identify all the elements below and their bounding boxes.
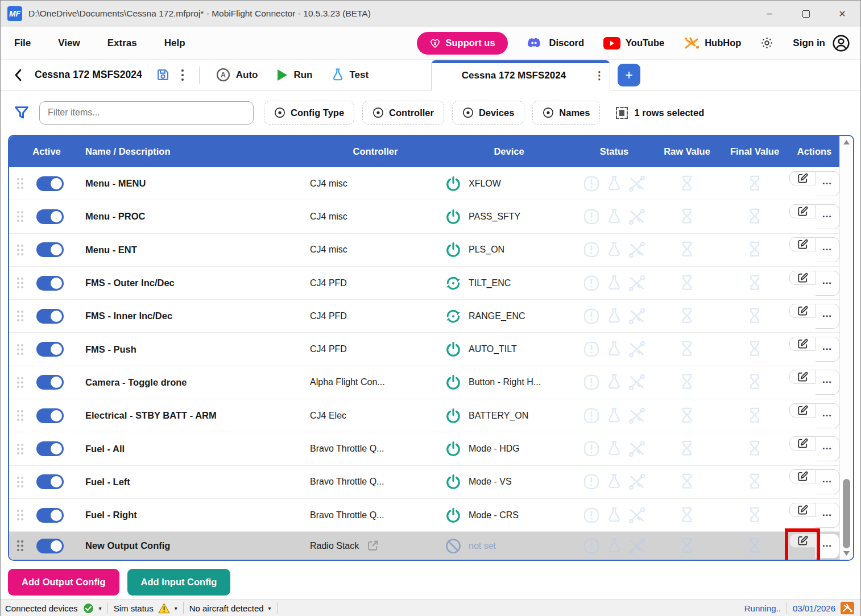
sign-in-button[interactable]: Sign in: [793, 34, 850, 52]
menu-item-file[interactable]: File: [14, 38, 31, 49]
filter-pill-controller[interactable]: Controller: [362, 101, 444, 125]
drag-handle-icon[interactable]: [16, 343, 24, 356]
row-more-actions-button[interactable]: ...: [816, 370, 839, 395]
active-toggle[interactable]: [36, 508, 64, 523]
edit-config-button[interactable]: [789, 436, 816, 450]
auto-button[interactable]: A Auto: [216, 67, 258, 82]
tab-cessna-172-msfs2024[interactable]: Cessna 172 MSFS2024 ⋮: [431, 60, 610, 90]
edit-config-button[interactable]: [789, 469, 816, 483]
edit-config-button[interactable]: [789, 171, 816, 185]
table-row[interactable]: Fuel - Left Bravo Throttle Q... Mode - V…: [9, 466, 839, 499]
active-toggle[interactable]: [36, 309, 64, 324]
vertical-scrollbar[interactable]: [839, 136, 853, 560]
status-warning-icon: [582, 340, 601, 358]
drag-handle-icon[interactable]: [16, 443, 24, 456]
close-button[interactable]: ✕: [824, 1, 860, 27]
edit-config-button[interactable]: [789, 204, 816, 218]
add-input-config-button[interactable]: Add Input Config: [127, 569, 231, 596]
table-row[interactable]: Menu - MENU CJ4 misc XFLOW: [9, 167, 839, 200]
active-toggle[interactable]: [36, 176, 64, 191]
edit-config-button[interactable]: [789, 337, 816, 351]
drag-handle-icon[interactable]: [16, 508, 24, 522]
youtube-icon: [603, 37, 620, 49]
aircraft-status[interactable]: No aircraft detected ▾: [189, 603, 271, 613]
connected-devices-status[interactable]: Connected devices ▾: [5, 602, 102, 614]
row-more-actions-button[interactable]: ...: [816, 304, 839, 329]
table-row[interactable]: Fuel - Right Bravo Throttle Q... Mode - …: [9, 499, 839, 532]
youtube-link[interactable]: YouTube: [603, 37, 664, 49]
edit-config-button[interactable]: [789, 304, 816, 318]
active-toggle[interactable]: [36, 375, 64, 390]
row-more-actions-button[interactable]: ...: [816, 204, 839, 229]
table-row[interactable]: Electrical - STBY BATT - ARM CJ4 Elec BA…: [9, 399, 839, 432]
test-button[interactable]: Test: [331, 68, 369, 82]
row-more-actions-button[interactable]: ...: [816, 469, 839, 494]
active-toggle[interactable]: [36, 276, 64, 291]
tab-menu-button[interactable]: ⋮: [589, 69, 610, 82]
active-toggle[interactable]: [36, 441, 64, 456]
edit-config-button[interactable]: [789, 237, 816, 251]
row-more-actions-button[interactable]: ...: [816, 503, 839, 528]
active-toggle[interactable]: [36, 242, 64, 257]
table-row[interactable]: Menu - ENT CJ4 misc PLS_ON: [9, 234, 839, 267]
filter-pill-names[interactable]: Names: [532, 101, 600, 125]
table-row[interactable]: Menu - PROC CJ4 misc PASS_SFTY: [9, 200, 839, 233]
table-row[interactable]: New Output Config Radio Stack not set: [9, 532, 839, 560]
drag-handle-icon[interactable]: [16, 309, 24, 323]
filter-pill-devices[interactable]: Devices: [452, 101, 524, 125]
scrollbar-thumb[interactable]: [843, 479, 850, 548]
add-tab-button[interactable]: +: [618, 64, 640, 86]
row-more-actions-button[interactable]: ...: [816, 171, 839, 196]
minimize-button[interactable]: –: [751, 1, 788, 27]
active-toggle[interactable]: [36, 342, 64, 357]
maximize-button[interactable]: [788, 1, 824, 27]
drag-handle-icon[interactable]: [16, 376, 24, 389]
drag-handle-icon[interactable]: [16, 476, 24, 489]
scroll-up-button[interactable]: [840, 139, 853, 145]
active-toggle[interactable]: [36, 408, 64, 423]
active-toggle[interactable]: [36, 474, 64, 489]
project-menu-button[interactable]: [173, 64, 192, 86]
menu-item-extras[interactable]: Extras: [107, 38, 137, 49]
row-more-actions-button[interactable]: ...: [816, 534, 839, 559]
filter-pill-config-type[interactable]: Config Type: [264, 101, 354, 125]
run-button[interactable]: Run: [276, 68, 312, 82]
drag-handle-icon[interactable]: [16, 210, 24, 223]
drag-handle-icon[interactable]: [16, 243, 24, 257]
menu-item-view[interactable]: View: [58, 38, 80, 49]
active-toggle[interactable]: [36, 209, 64, 224]
support-us-button[interactable]: $ Support us: [417, 32, 508, 55]
drag-handle-icon[interactable]: [16, 409, 24, 422]
row-more-actions-button[interactable]: ...: [816, 436, 839, 461]
add-output-config-button[interactable]: Add Output Config: [8, 569, 119, 596]
table-row[interactable]: FMS - Outer Inc/Dec CJ4 PFD TILT_ENC: [9, 267, 839, 300]
discord-link[interactable]: Discord: [527, 36, 584, 49]
edit-config-button[interactable]: [789, 534, 816, 548]
active-toggle[interactable]: [36, 539, 64, 553]
edit-config-button[interactable]: [789, 503, 816, 517]
sim-status[interactable]: Sim status ▾: [114, 603, 177, 614]
table-row[interactable]: FMS - Inner Inc/Dec CJ4 PFD RANGE_ENC: [9, 300, 839, 333]
menu-item-help[interactable]: Help: [164, 38, 185, 49]
row-more-actions-button[interactable]: ...: [816, 337, 839, 362]
edit-config-button[interactable]: [789, 403, 816, 417]
external-link-icon[interactable]: [366, 539, 380, 553]
theme-brightness-icon[interactable]: [760, 36, 773, 49]
power-device-icon: [445, 507, 462, 524]
row-more-actions-button[interactable]: ...: [816, 237, 839, 262]
edit-config-button[interactable]: [789, 370, 816, 384]
back-button[interactable]: [9, 68, 28, 82]
row-more-actions-button[interactable]: ...: [816, 271, 839, 296]
filter-input[interactable]: [39, 101, 254, 125]
hubhop-link[interactable]: HubHop: [684, 36, 741, 51]
table-row[interactable]: Camera - Toggle drone Alpha Flight Con..…: [9, 366, 839, 399]
drag-handle-icon[interactable]: [16, 276, 24, 290]
save-button[interactable]: [154, 64, 173, 86]
drag-handle-icon[interactable]: [16, 177, 24, 190]
table-row[interactable]: Fuel - All Bravo Throttle Q... Mode - HD…: [9, 432, 839, 465]
table-row[interactable]: FMS - Push CJ4 PFD AUTO_TILT: [9, 333, 839, 366]
scroll-down-button[interactable]: [840, 551, 853, 556]
row-more-actions-button[interactable]: ...: [816, 403, 839, 428]
drag-handle-icon[interactable]: [16, 539, 24, 552]
edit-config-button[interactable]: [789, 271, 816, 285]
